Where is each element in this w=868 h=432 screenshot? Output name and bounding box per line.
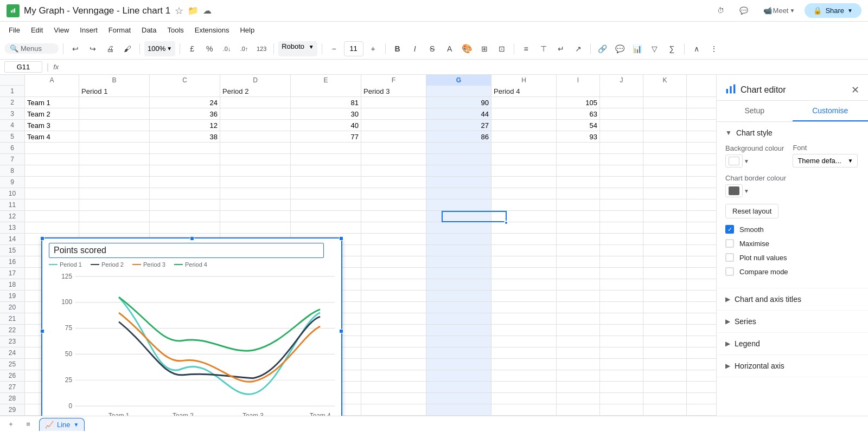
series-row[interactable]: ▶ Series <box>717 311 868 333</box>
sheet-tab-line[interactable]: 📈 Line ▼ <box>39 418 85 431</box>
text-color-button[interactable]: A <box>442 41 457 56</box>
cell-i5[interactable]: 93 <box>557 131 600 142</box>
col-header-j[interactable]: J <box>600 75 643 86</box>
valign-button[interactable]: ⊤ <box>536 41 551 56</box>
cell-h1[interactable]: Period 4 <box>492 86 557 96</box>
col-header-f[interactable]: F <box>361 75 426 86</box>
cell-k4[interactable] <box>643 120 687 131</box>
chart-button[interactable]: 📊 <box>630 41 645 56</box>
menu-extensions[interactable]: Extensions <box>190 24 234 36</box>
cell-d3[interactable] <box>220 108 291 119</box>
legend-row[interactable]: ▶ Legend <box>717 333 868 355</box>
format-123-button[interactable]: 123 <box>254 41 269 56</box>
fill-color-button[interactable]: 🎨 <box>459 41 475 56</box>
chart-handle-topcenter[interactable] <box>190 236 194 241</box>
cell-c1[interactable] <box>150 86 220 96</box>
cell-b4[interactable] <box>79 120 150 131</box>
background-colour-swatch[interactable] <box>725 154 743 167</box>
active-cell-handle[interactable] <box>504 221 508 225</box>
border-colour-swatch[interactable] <box>725 184 743 197</box>
menu-data[interactable]: Data <box>137 24 161 36</box>
col-header-k[interactable]: K <box>643 75 687 86</box>
comment-button[interactable]: 💬 <box>734 3 754 18</box>
cell-g3[interactable]: 44 <box>426 108 492 119</box>
decrease-font-button[interactable]: − <box>327 41 342 56</box>
maximise-checkbox-row[interactable]: Maximise <box>725 239 859 248</box>
col-header-g[interactable]: G <box>426 75 492 86</box>
cell-b2[interactable] <box>79 97 150 108</box>
cell-g5[interactable]: 86 <box>426 131 492 142</box>
cell-i3[interactable]: 63 <box>557 108 600 119</box>
compare-mode-checkbox-row[interactable]: Compare mode <box>725 267 859 276</box>
close-editor-button[interactable]: ✕ <box>851 84 859 96</box>
cell-i1[interactable] <box>557 86 600 96</box>
maximise-checkbox[interactable] <box>725 239 734 248</box>
smooth-checkbox-row[interactable]: Smooth <box>725 225 859 234</box>
cell-c5[interactable]: 38 <box>150 131 220 142</box>
chart-style-header[interactable]: ▼ Chart style <box>725 128 859 137</box>
plot-null-checkbox-row[interactable]: Plot null values <box>725 253 859 262</box>
wrap-button[interactable]: ↵ <box>553 41 569 56</box>
menu-insert[interactable]: Insert <box>75 24 102 36</box>
cell-h4[interactable] <box>492 120 557 131</box>
cell-e1[interactable] <box>291 86 361 96</box>
bold-button[interactable]: B <box>390 41 405 56</box>
tab-setup[interactable]: Setup <box>717 101 793 121</box>
font-size-input[interactable]: 11 <box>344 41 363 56</box>
borders-button[interactable]: ⊞ <box>477 41 492 56</box>
rotate-button[interactable]: ↗ <box>571 41 586 56</box>
menu-file[interactable]: File <box>4 24 24 36</box>
horizontal-axis-row[interactable]: ▶ Horizontal axis <box>717 355 868 377</box>
chart-handle-topleft[interactable] <box>40 236 44 241</box>
zoom-display[interactable]: 100% ▼ <box>144 41 175 56</box>
meet-button[interactable]: 📹 Meet ▼ <box>758 3 801 18</box>
chart-axis-titles-row[interactable]: ▶ Chart and axis titles <box>717 288 868 311</box>
link-button[interactable]: 🔗 <box>595 41 610 56</box>
cell-e4[interactable]: 40 <box>291 120 361 131</box>
cell-j2[interactable] <box>600 97 643 108</box>
cell-k5[interactable] <box>643 131 687 142</box>
cell-k3[interactable] <box>643 108 687 119</box>
menu-view[interactable]: View <box>49 24 73 36</box>
percent-button[interactable]: % <box>202 41 217 56</box>
cell-i2[interactable]: 105 <box>557 97 600 108</box>
border-colour-arrow[interactable]: ▼ <box>744 188 749 194</box>
align-button[interactable]: ≡ <box>519 41 534 56</box>
col-header-e[interactable]: E <box>291 75 361 86</box>
cell-d1[interactable]: Period 2 <box>220 86 291 96</box>
background-colour-arrow[interactable]: ▼ <box>744 158 749 164</box>
cell-e5[interactable]: 77 <box>291 131 361 142</box>
increase-font-button[interactable]: + <box>366 41 381 56</box>
col-header-h[interactable]: H <box>492 75 557 86</box>
search-menus[interactable]: 🔍 Menus <box>4 43 59 54</box>
cell-g2[interactable]: 90 <box>426 97 492 108</box>
col-header-a[interactable]: A <box>25 75 79 86</box>
cell-j1[interactable] <box>600 86 643 96</box>
cell-f5[interactable] <box>361 131 426 142</box>
cell-h2[interactable] <box>492 97 557 108</box>
font-select[interactable]: Theme defa... ▼ <box>793 154 858 167</box>
print-button[interactable]: 🖨 <box>103 41 118 56</box>
chart-title[interactable]: Points scored <box>49 243 324 258</box>
menu-tools[interactable]: Tools <box>163 24 188 36</box>
cell-c3[interactable]: 36 <box>150 108 220 119</box>
cell-g1[interactable] <box>426 86 492 96</box>
cell-j4[interactable] <box>600 120 643 131</box>
cell-b3[interactable] <box>79 108 150 119</box>
cell-d4[interactable] <box>220 120 291 131</box>
col-header-c[interactable]: C <box>150 75 220 86</box>
functions-button[interactable]: ∑ <box>665 41 680 56</box>
paint-format-button[interactable]: 🖌 <box>120 41 135 56</box>
cell-f2[interactable] <box>361 97 426 108</box>
cell-a1[interactable] <box>25 86 79 96</box>
menu-help[interactable]: Help <box>235 24 259 36</box>
col-header-b[interactable]: B <box>79 75 150 86</box>
compare-mode-checkbox[interactable] <box>725 267 734 276</box>
chart-handle-midleft[interactable] <box>40 329 44 333</box>
history-button[interactable]: ⏱ <box>712 3 730 18</box>
tab-customise[interactable]: Customise <box>793 101 869 121</box>
cell-a5[interactable]: Team 4 <box>25 131 79 142</box>
redo-button[interactable]: ↪ <box>85 41 100 56</box>
cell-a3[interactable]: Team 2 <box>25 108 79 119</box>
cell-f1[interactable]: Period 3 <box>361 86 426 96</box>
